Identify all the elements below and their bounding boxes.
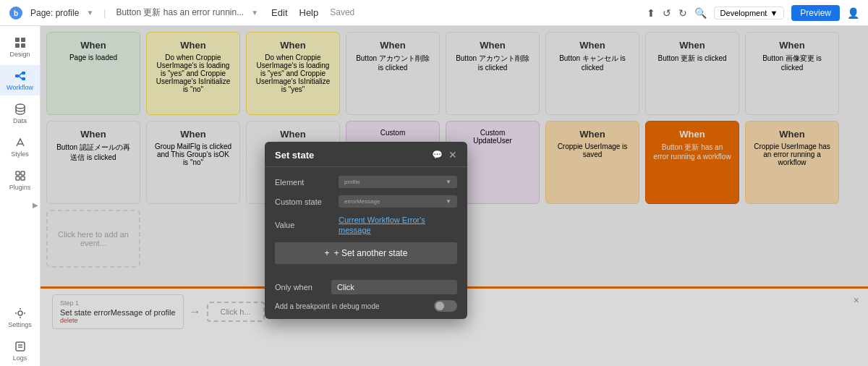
help-link[interactable]: Help [299,7,319,18]
environment-dropdown[interactable]: Development ▼ [714,7,785,20]
workflow-icon [14,69,27,82]
element-label: Element [275,178,333,187]
modal-close-button[interactable]: ✕ [448,149,457,161]
custom-state-label: Custom state [275,197,333,206]
svg-rect-16 [21,176,25,180]
styles-label: Styles [11,150,29,158]
sidebar-item-workflow[interactable]: Workflow [0,65,40,95]
upload-button[interactable]: ⬆ [647,7,655,19]
custom-state-dropdown-icon: ▼ [446,198,451,205]
topbar-right: ⬆ ↺ ↻ 🔍 Development ▼ Preview 👤 [647,5,859,21]
svg-rect-15 [16,176,20,180]
sidebar-item-data[interactable]: Data [0,98,40,129]
redo-button[interactable]: ↻ [678,7,687,19]
svg-rect-4 [15,43,20,48]
topbar: b Page: profile ▼ | Button 更新 has an err… [0,0,868,26]
svg-rect-3 [21,38,25,42]
edit-link[interactable]: Edit [271,7,287,18]
user-avatar[interactable]: 👤 [847,7,859,19]
main-layout: Design Workflow Data [0,26,868,366]
value-text: Current Workflow Error's message [339,216,425,234]
element-value: profile [344,179,360,185]
env-dropdown-icon: ▼ [770,9,778,17]
env-label: Development [720,9,767,17]
plugins-label: Plugins [9,184,31,191]
design-label: Design [9,51,30,58]
plugins-icon [14,169,27,182]
logs-label: Logs [13,354,27,362]
sidebar-item-styles[interactable]: Styles [0,132,40,162]
value-row: Value Current Workflow Error's message [275,215,457,235]
sidebar-item-settings[interactable]: Settings [0,302,40,333]
search-button[interactable]: 🔍 [694,7,707,19]
page-label: Page: profile [30,8,79,18]
svg-text:b: b [14,9,18,17]
data-icon [14,103,27,116]
logs-icon [14,340,27,353]
styles-icon [14,136,27,149]
svg-point-11 [16,104,25,108]
workflow-dropdown-icon[interactable]: ▼ [251,9,258,17]
svg-rect-5 [21,43,25,48]
add-state-button[interactable]: + + Set another state [275,242,457,264]
svg-line-9 [19,73,22,76]
svg-point-17 [18,311,22,315]
modal-body: Element profile ▼ Custom state errorMess… [265,167,467,273]
custom-state-value: errorMessage [344,198,380,205]
svg-line-10 [19,76,22,79]
element-select[interactable]: profile ▼ [339,176,457,188]
only-when-row: Only when [275,280,457,294]
modal-footer: Only when Add a breakpoint in debug mode [265,273,467,319]
sidebar-item-logs[interactable]: Logs [0,336,40,366]
svg-rect-6 [15,75,19,77]
debug-label: Add a breakpoint in debug mode [275,302,428,310]
chat-icon[interactable]: 💬 [432,150,443,160]
page-dropdown-icon[interactable]: ▼ [86,9,93,17]
saved-status: Saved [330,7,354,18]
debug-row: Add a breakpoint in debug mode [275,300,457,312]
undo-button[interactable]: ↺ [663,7,671,19]
sidebar-item-plugins[interactable]: Plugins [0,165,40,195]
workflow-name[interactable]: Button 更新 has an error runnin... [116,7,244,19]
sidebar: Design Workflow Data [0,26,41,366]
preview-button[interactable]: Preview [791,5,840,21]
settings-label: Settings [8,321,32,328]
element-dropdown-icon: ▼ [446,179,451,185]
modal-title: Set state [275,150,314,161]
logo-icon: b [9,6,23,20]
modal-overlay: Set state 💬 ✕ Element profile ▼ [41,26,868,366]
custom-state-row: Custom state errorMessage ▼ [275,195,457,208]
svg-rect-2 [15,38,20,42]
value-label: Value [275,221,333,229]
custom-state-select[interactable]: errorMessage ▼ [339,195,457,208]
value-field[interactable]: Current Workflow Error's message [339,215,457,235]
only-when-input[interactable] [331,280,457,294]
toggle-knob [435,302,444,310]
modal-header: Set state 💬 ✕ [265,142,467,167]
svg-rect-18 [16,342,25,351]
element-row: Element profile ▼ [275,176,457,188]
data-label: Data [13,117,27,124]
svg-rect-8 [22,77,25,80]
top-nav: Edit Help Saved [271,7,354,18]
plus-icon: + [325,248,330,258]
design-icon [14,36,27,49]
debug-toggle[interactable] [434,300,457,312]
svg-rect-14 [21,171,25,175]
canvas-area: When Page is loaded When Do when Croppie… [41,26,868,366]
workflow-label: Workflow [7,84,33,91]
modal-header-icons: 💬 ✕ [432,149,457,161]
sidebar-item-design[interactable]: Design [0,32,40,62]
svg-rect-13 [16,171,20,175]
set-state-modal: Set state 💬 ✕ Element profile ▼ [265,142,467,319]
add-state-label: + Set another state [334,248,408,258]
settings-icon [14,307,27,320]
only-when-label: Only when [275,283,326,291]
sidebar-expand[interactable]: ▶ [0,201,40,209]
svg-rect-7 [22,72,25,75]
